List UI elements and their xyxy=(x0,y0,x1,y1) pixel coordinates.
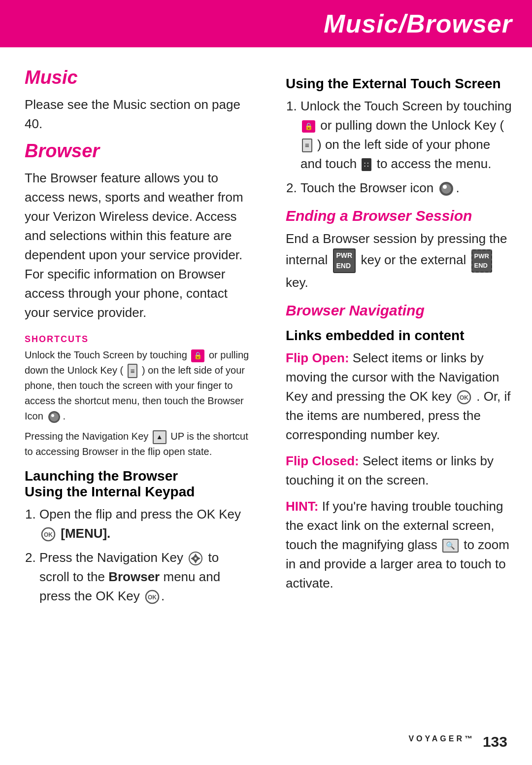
page-header: Music/Browser xyxy=(0,0,532,47)
ok-key-icon-nav: OK xyxy=(457,390,471,405)
external-touch-section: Using the External Touch Screen Unlock t… xyxy=(286,76,512,198)
magnify-icon: 🔍 xyxy=(442,539,459,553)
page-footer: VOYAGER™ 133 xyxy=(0,733,532,750)
flip-open-label: Flip Open: xyxy=(286,350,349,365)
shortcuts-label: SHORTCUTS xyxy=(25,334,251,345)
browser-icon-shortcuts xyxy=(47,410,61,424)
music-section: Music Please see the Music section on pa… xyxy=(25,67,251,134)
end-key-internal: PWREND xyxy=(333,248,356,273)
svg-point-13 xyxy=(441,184,451,194)
right-column: Using the External Touch Screen Unlock t… xyxy=(281,67,512,613)
music-body: Please see the Music section on page 40. xyxy=(25,95,251,134)
grid-icon: ∷ xyxy=(362,158,371,172)
nav-key-icon xyxy=(188,551,203,566)
ok-key-icon-2: OK xyxy=(145,590,160,604)
launching-steps: Open the flip and press the OK Key OK [M… xyxy=(39,505,251,606)
launching-section: Launching the Browser Using the Internal… xyxy=(25,468,251,606)
page-content: Music Please see the Music section on pa… xyxy=(0,47,532,627)
links-title: Links embedded in content xyxy=(286,328,512,344)
page-number: 133 xyxy=(483,733,507,750)
browser-icon-ext xyxy=(438,181,454,197)
launching-title: Launching the Browser Using the Internal… xyxy=(25,468,251,500)
external-touch-title: Using the External Touch Screen xyxy=(286,76,512,92)
launch-step-1: Open the flip and press the OK Key OK [M… xyxy=(39,505,251,543)
browser-title: Browser xyxy=(25,140,251,162)
hint-label: HINT: xyxy=(286,499,318,514)
unlock-icon-ext: 🔒 xyxy=(302,120,315,133)
svg-marker-8 xyxy=(191,556,195,561)
shortcuts-text-2: Pressing the Navigation Key ▲ UP is the … xyxy=(25,429,251,459)
ending-section: Ending a Browser Session End a Browser s… xyxy=(286,208,512,292)
browser-section: Browser The Browser feature allows you t… xyxy=(25,140,251,322)
ext-step-2: Touch the Browser icon . xyxy=(300,178,512,198)
unlock-icon: 🔒 xyxy=(191,349,204,362)
brand-name: VOYAGER™ xyxy=(408,734,475,750)
svg-point-2 xyxy=(51,414,54,417)
shortcuts-text-1: Unlock the Touch Screen by touching 🔒 or… xyxy=(25,348,251,424)
ok-key-icon-1: OK xyxy=(41,527,56,542)
unlock-key-ext: ≡ xyxy=(302,139,312,153)
unlock-key-icon: ≡ xyxy=(128,364,138,378)
hint-para: HINT: If you're having trouble touching … xyxy=(286,497,512,593)
launch-step-2: Press the Navigation Key to scroll to th… xyxy=(39,548,251,606)
end-key-external: PWREND xyxy=(471,249,492,273)
svg-point-1 xyxy=(50,413,59,421)
browser-body: The Browser feature allows you to access… xyxy=(25,169,251,322)
ext-step-1: Unlock the Touch Screen by touching 🔒 or… xyxy=(300,97,512,174)
external-steps: Unlock the Touch Screen by touching 🔒 or… xyxy=(300,97,512,198)
flip-closed-para: Flip Closed: Select items or links by to… xyxy=(286,452,512,490)
page-title: Music/Browser xyxy=(324,9,512,38)
ending-title: Ending a Browser Session xyxy=(286,208,512,224)
nav-key-up-icon: ▲ xyxy=(153,430,166,444)
left-column: Music Please see the Music section on pa… xyxy=(25,67,261,613)
navigating-title: Browser Navigating xyxy=(286,302,512,319)
svg-marker-9 xyxy=(197,556,200,561)
ending-body: End a Browser session by pressing the in… xyxy=(286,229,512,292)
music-title: Music xyxy=(25,67,251,88)
flip-closed-label: Flip Closed: xyxy=(286,453,359,468)
shortcuts-section: SHORTCUTS Unlock the Touch Screen by tou… xyxy=(25,334,251,459)
svg-text:OK: OK xyxy=(148,594,157,601)
svg-text:OK: OK xyxy=(44,531,53,538)
navigating-section: Browser Navigating Links embedded in con… xyxy=(286,302,512,593)
svg-text:OK: OK xyxy=(460,394,468,401)
svg-point-14 xyxy=(443,185,447,189)
flip-open-para: Flip Open: Select items or links by movi… xyxy=(286,348,512,445)
